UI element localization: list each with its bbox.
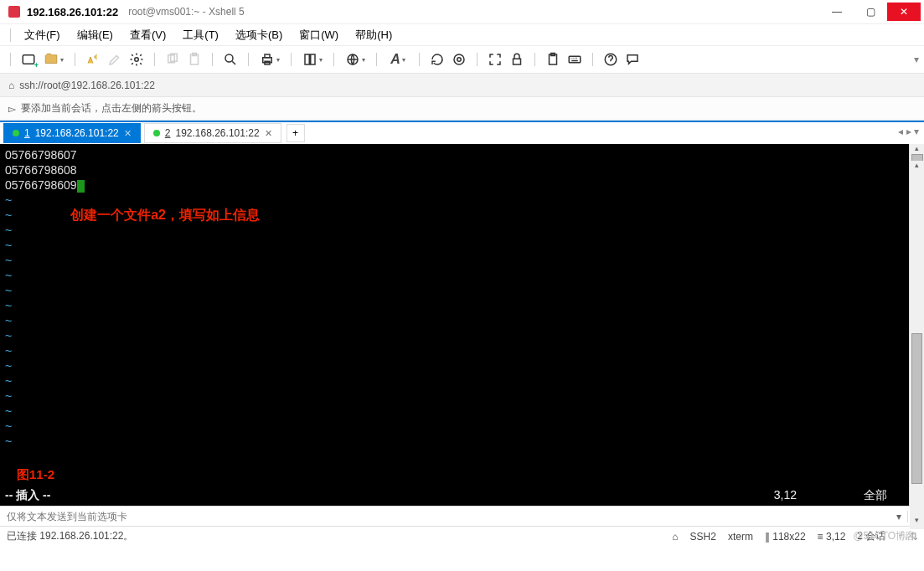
tab-label: 192.168.26.101:22 <box>35 127 119 139</box>
hint-bar: ▻ 要添加当前会话，点击左侧的箭头按钮。 <box>0 97 924 121</box>
vim-tilde: ~ <box>5 253 904 268</box>
menu-tools[interactable]: 工具(T) <box>174 25 227 45</box>
vim-mode: -- 插入 -- <box>5 487 50 502</box>
vim-status-line: -- 插入 -- 3,12 全部 <box>5 487 904 502</box>
font-icon[interactable]: A <box>385 50 410 69</box>
paste-icon[interactable] <box>185 50 204 69</box>
send-input[interactable] <box>0 511 890 522</box>
open-folder-icon[interactable] <box>41 50 66 69</box>
vim-tilde: ~ <box>5 298 904 313</box>
keyboard-icon[interactable] <box>565 50 584 69</box>
svg-rect-0 <box>23 55 34 64</box>
vim-tilde: ~ <box>5 434 904 449</box>
tab-nav[interactable]: ◂ ▸ ▾ <box>898 126 919 137</box>
menu-help[interactable]: 帮助(H) <box>347 25 400 45</box>
figure-label: 图11-2 <box>17 467 54 482</box>
terminal-line: 05766798609 <box>5 177 904 193</box>
add-tab-button[interactable]: + <box>286 124 305 142</box>
menu-window[interactable]: 窗口(W) <box>291 25 347 45</box>
status-lock-icon: ⌂ <box>672 531 678 543</box>
send-input-bar: ▾ ⟐ <box>0 506 924 526</box>
status-dot-icon <box>153 130 160 136</box>
status-protocol: SSH2 <box>690 531 716 543</box>
vim-scope: 全部 <box>864 487 887 502</box>
svg-rect-8 <box>265 54 270 58</box>
tab-number: 2 <box>165 127 171 139</box>
send-dropdown-icon[interactable]: ▾ <box>890 511 907 522</box>
scrollbar-thumb[interactable] <box>911 333 922 484</box>
svg-rect-15 <box>514 59 521 64</box>
globe-icon[interactable] <box>343 50 368 69</box>
tab-number: 1 <box>24 127 30 139</box>
maximize-button[interactable]: ▢ <box>854 3 887 21</box>
lock-icon[interactable] <box>508 50 526 69</box>
terminal[interactable]: 05766798607 05766798608 05766798609 ~ ~创… <box>0 144 909 506</box>
terminal-line: 05766798608 <box>5 162 904 177</box>
svg-point-1 <box>135 58 139 62</box>
printer-icon[interactable] <box>257 50 282 69</box>
layout-icon[interactable] <box>300 50 325 69</box>
status-dot-icon <box>13 130 19 136</box>
vim-tilde: ~ <box>5 223 904 238</box>
vim-tilde: ~ <box>5 193 904 208</box>
vim-tilde: ~ <box>5 373 904 388</box>
svg-point-14 <box>457 58 462 62</box>
status-size: ‖ 118x22 <box>765 531 806 543</box>
svg-point-13 <box>454 54 464 64</box>
clipboard-icon[interactable] <box>544 50 562 69</box>
vim-tilde: ~ <box>5 358 904 373</box>
session-tab-2[interactable]: 2 192.168.26.101:22 ✕ <box>144 123 281 143</box>
title-bar: 192.168.26.101:22 root@vms001:~ - Xshell… <box>0 0 924 23</box>
menu-view[interactable]: 查看(V) <box>121 25 174 45</box>
refresh-icon[interactable] <box>428 50 447 69</box>
menu-file[interactable]: 文件(F) <box>16 25 69 45</box>
title-sub: root@vms001:~ - Xshell 5 <box>128 6 245 18</box>
svg-rect-11 <box>311 54 315 64</box>
vim-tilde: ~ <box>5 268 904 283</box>
app-icon <box>8 6 20 18</box>
annotation-text: 创建一个文件a2，填写如上信息 <box>70 208 260 222</box>
vim-tilde: ~ <box>5 238 904 253</box>
target-icon[interactable] <box>450 50 468 69</box>
hint-text: 要添加当前会话，点击左侧的箭头按钮。 <box>21 101 202 116</box>
cursor-icon <box>77 180 85 193</box>
toolbar: A ▾ <box>0 45 924 74</box>
vim-tilde: ~ <box>5 313 904 328</box>
status-bar: 已连接 192.168.26.101:22。 ⌂ SSH2 xterm ‖ 11… <box>0 526 924 546</box>
title-host: 192.168.26.101:22 <box>27 6 118 18</box>
tab-close-icon[interactable]: ✕ <box>265 128 272 139</box>
search-icon[interactable] <box>221 50 240 69</box>
new-session-icon[interactable] <box>19 50 38 69</box>
tab-label: 192.168.26.101:22 <box>175 127 259 139</box>
vim-tilde: ~ <box>5 419 904 434</box>
tab-strip: 1 192.168.26.101:22 ✕ 2 192.168.26.101:2… <box>0 121 924 144</box>
copy-icon[interactable] <box>163 50 182 69</box>
bookmark-arrow-icon[interactable]: ▻ <box>8 103 16 115</box>
highlight-icon[interactable] <box>84 50 102 69</box>
menu-bar: 文件(F) 编辑(E) 查看(V) 工具(T) 选项卡(B) 窗口(W) 帮助(… <box>0 23 924 45</box>
page-scrollbar[interactable]: ▴ ▾ <box>910 161 924 529</box>
help-icon[interactable] <box>601 50 620 69</box>
scroll-up-icon[interactable]: ▴ <box>910 161 924 174</box>
tab-close-icon[interactable]: ✕ <box>124 128 132 139</box>
svg-rect-10 <box>305 54 309 64</box>
vim-tilde: ~ <box>5 328 904 343</box>
session-tab-1[interactable]: 1 192.168.26.101:22 ✕ <box>3 123 141 143</box>
menu-edit[interactable]: 编辑(E) <box>69 25 121 45</box>
svg-point-6 <box>225 54 233 62</box>
minimize-button[interactable]: — <box>820 3 854 21</box>
menu-tabs[interactable]: 选项卡(B) <box>227 25 291 45</box>
terminal-line: 05766798607 <box>5 147 904 162</box>
address-url[interactable]: ssh://root@192.168.26.101:22 <box>19 80 155 91</box>
scroll-down-icon[interactable]: ▾ <box>910 516 924 529</box>
vim-tilde: ~ <box>5 343 904 358</box>
fullscreen-icon[interactable] <box>486 50 504 69</box>
chat-icon[interactable] <box>623 50 642 69</box>
status-connected: 已连接 192.168.26.101:22。 <box>7 529 133 543</box>
svg-rect-18 <box>569 56 581 63</box>
status-cursor: ≡ 3,12 <box>818 531 846 543</box>
close-button[interactable]: ✕ <box>887 3 921 21</box>
settings-gear-icon[interactable] <box>127 50 146 69</box>
vim-tilde: ~ <box>5 388 904 404</box>
edit-icon[interactable] <box>106 50 124 69</box>
